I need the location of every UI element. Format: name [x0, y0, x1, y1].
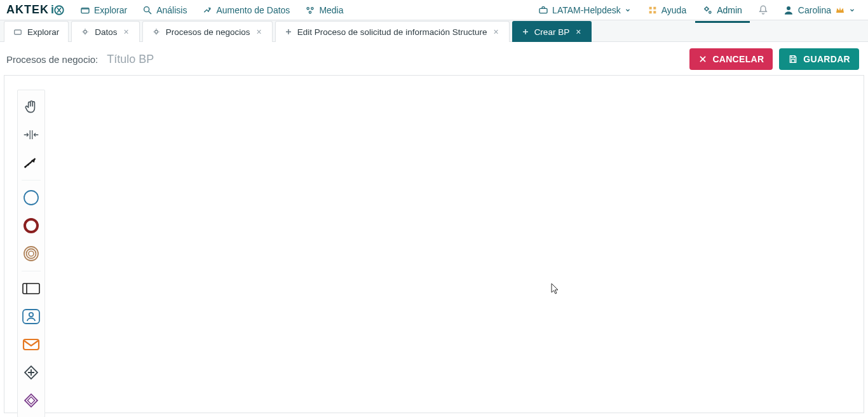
- nav-aumento[interactable]: Aumento de Datos: [194, 1, 297, 19]
- mail-task-icon: [22, 337, 41, 352]
- folder-icon: [13, 27, 22, 36]
- tool-connector[interactable]: [20, 150, 43, 175]
- nav-label: Admin: [717, 5, 742, 15]
- workspace-picker[interactable]: LATAM-Helpdesk: [531, 1, 639, 19]
- svg-point-12: [84, 31, 87, 34]
- svg-rect-29: [25, 394, 37, 407]
- tab-procesos[interactable]: Procesos de negocios ×: [142, 21, 273, 42]
- briefcase-icon: [538, 5, 548, 15]
- close-icon: [698, 55, 707, 64]
- chevron-down-icon: [625, 7, 631, 13]
- gear-icon: [81, 27, 90, 36]
- tool-intermediate-event[interactable]: [20, 241, 43, 266]
- tool-message-task[interactable]: [20, 332, 43, 357]
- workspace-label: LATAM-Helpdesk: [552, 5, 621, 15]
- tool-gateway[interactable]: [20, 360, 43, 385]
- tab-label: Procesos de negocios: [166, 27, 250, 37]
- connector-arrow-icon: [22, 155, 40, 170]
- bpmn-tool-palette: [17, 90, 45, 417]
- close-icon[interactable]: ×: [492, 27, 499, 36]
- hand-icon: [23, 99, 39, 115]
- nav-label: Explorar: [94, 5, 127, 15]
- gear-icon: [703, 5, 713, 15]
- svg-point-6: [309, 11, 311, 13]
- diamond-outline-icon: [22, 392, 40, 409]
- svg-rect-23: [23, 284, 39, 294]
- magnifier-icon: [142, 5, 153, 15]
- help-icon: [648, 5, 658, 15]
- diamond-plus-icon: [22, 364, 40, 381]
- svg-point-18: [24, 191, 38, 205]
- svg-point-19: [25, 219, 37, 232]
- tool-user-task[interactable]: [20, 304, 43, 329]
- save-button[interactable]: GUARDAR: [779, 48, 859, 70]
- svg-rect-27: [24, 339, 39, 350]
- tab-crear-bp[interactable]: Crear BP ×: [512, 21, 592, 42]
- button-label: CANCELAR: [712, 54, 764, 64]
- close-icon[interactable]: ×: [574, 27, 582, 36]
- right-nav: LATAM-Helpdesk Ayuda Admin Carolina: [531, 1, 862, 20]
- svg-point-13: [154, 31, 158, 34]
- svg-point-10: [787, 6, 790, 10]
- tab-datos[interactable]: Datos ×: [71, 21, 139, 42]
- close-icon[interactable]: ×: [123, 27, 130, 36]
- breadcrumb-label: Procesos de negocio:: [6, 54, 98, 65]
- notifications-bell[interactable]: [751, 1, 775, 20]
- tab-explorar[interactable]: Explorar: [4, 21, 69, 42]
- bp-title-input[interactable]: [104, 51, 422, 67]
- user-name: Carolina: [798, 5, 831, 15]
- nav-explorar[interactable]: Explorar: [72, 1, 135, 19]
- open-tabs-bar: Explorar Datos × Procesos de negocios × …: [0, 20, 868, 42]
- nav-label: Análisis: [156, 5, 187, 15]
- svg-point-22: [29, 251, 34, 256]
- svg-point-5: [311, 7, 313, 9]
- button-label: GUARDAR: [803, 54, 850, 64]
- nav-ayuda[interactable]: Ayuda: [640, 1, 694, 19]
- tool-pan[interactable]: [20, 94, 43, 120]
- tool-start-event[interactable]: [20, 185, 43, 210]
- nav-label: Ayuda: [661, 5, 686, 15]
- nav-analisis[interactable]: Análisis: [135, 1, 194, 19]
- plus-icon: [522, 28, 529, 36]
- cancel-button[interactable]: CANCELAR: [689, 48, 773, 70]
- brand-logo: AKTEKi: [6, 3, 65, 17]
- media-icon: [305, 5, 315, 15]
- fit-horizontal-icon: [23, 128, 39, 141]
- gear-icon: [152, 27, 161, 36]
- user-icon: [783, 4, 794, 16]
- nav-label: Media: [319, 5, 343, 15]
- save-icon: [788, 54, 798, 64]
- nav-label: Aumento de Datos: [216, 5, 290, 15]
- tab-edit-bp[interactable]: Edit Proceso de solicitud de información…: [275, 21, 510, 42]
- circle-double-icon: [22, 245, 40, 263]
- tool-gateway-xor[interactable]: [20, 388, 43, 413]
- tab-label: Edit Proceso de solicitud de información…: [297, 27, 487, 37]
- svg-line-3: [149, 11, 151, 14]
- circle-thin-icon: [22, 189, 40, 207]
- arrow-up-icon: [202, 5, 212, 15]
- tool-end-event[interactable]: [20, 213, 43, 238]
- bpmn-canvas[interactable]: [4, 75, 864, 413]
- bell-icon: [757, 4, 769, 16]
- nav-admin[interactable]: Admin: [695, 1, 750, 19]
- svg-rect-14: [792, 56, 795, 58]
- circle-thick-icon: [22, 217, 40, 235]
- tool-fit[interactable]: [20, 122, 43, 147]
- tool-task[interactable]: [20, 276, 43, 301]
- svg-point-8: [705, 7, 709, 10]
- user-menu[interactable]: Carolina: [776, 1, 862, 20]
- close-icon[interactable]: ×: [255, 27, 263, 36]
- cursor-icon: [551, 283, 560, 296]
- svg-rect-15: [792, 60, 795, 63]
- svg-rect-11: [15, 30, 22, 34]
- task-rect-icon: [22, 282, 41, 296]
- nav-media[interactable]: Media: [297, 1, 351, 19]
- tab-label: Crear BP: [534, 27, 570, 37]
- svg-point-9: [709, 11, 711, 13]
- tab-label: Explorar: [27, 27, 59, 37]
- svg-rect-30: [27, 397, 34, 404]
- top-nav: AKTEKi Explorar Análisis Aumento de Dato…: [0, 0, 868, 20]
- svg-rect-7: [539, 8, 547, 13]
- svg-point-4: [307, 7, 309, 9]
- title-action-bar: Procesos de negocio: CANCELAR GUARDAR: [0, 42, 868, 78]
